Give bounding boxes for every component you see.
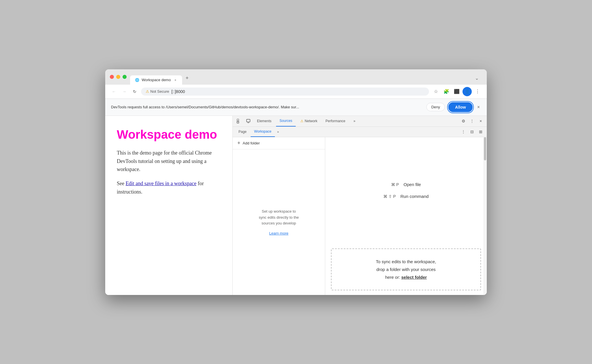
subtab-sidebar-button[interactable]: ⊞: [477, 128, 484, 135]
sources-right-panel: ⌘ P Open file ⌘ ⇧ P Run command To sync …: [325, 137, 487, 295]
not-secure-label: Not Secure: [150, 89, 169, 94]
add-icon: +: [237, 140, 240, 146]
minimize-traffic-light[interactable]: [116, 75, 120, 79]
chrome-menu-button[interactable]: ⋮: [473, 87, 482, 96]
open-file-label: Open file: [404, 182, 421, 187]
subtab-kebab-button[interactable]: ⋮: [460, 128, 467, 135]
run-command-label: Run command: [400, 194, 429, 199]
subtab-toggle-button[interactable]: ⊟: [468, 128, 476, 135]
tab-favicon-icon: 🌐: [135, 78, 139, 82]
devtools-close-button[interactable]: ×: [477, 117, 484, 125]
drop-zone-line1: To sync edits to the workspace,: [376, 259, 436, 264]
url-display: [::]8000: [171, 89, 185, 94]
run-command-kbd: ⌘ ⇧ P: [383, 194, 396, 199]
tab-title: Workspace demo: [142, 78, 171, 82]
drop-zone[interactable]: To sync edits to the workspace, drop a f…: [331, 248, 481, 290]
drop-zone-line3: here or:: [385, 275, 400, 280]
reload-button[interactable]: ↻: [131, 88, 139, 96]
close-traffic-light[interactable]: [110, 75, 114, 79]
run-command-shortcut: ⌘ ⇧ P Run command: [383, 194, 429, 199]
extension-button[interactable]: 🧩: [442, 87, 451, 96]
svg-rect-1: [237, 121, 239, 123]
active-tab[interactable]: 🌐 Workspace demo ×: [130, 75, 182, 85]
scrollbar-track[interactable]: [483, 137, 487, 295]
page-body-2: See Edit and save files in a workspace f…: [117, 179, 221, 196]
tab-close-button[interactable]: ×: [173, 78, 177, 82]
sources-subtabs: Page Workspace » ⋮ ⊟ ⊞: [233, 127, 487, 137]
devtools-header: Elements Sources ⚠ Network Performance »…: [233, 116, 487, 127]
svg-rect-0: [237, 119, 239, 121]
add-folder-label: Add folder: [243, 141, 260, 145]
sources-left-panel: + Add folder Set up workspace to sync ed…: [233, 137, 325, 295]
tab-menu-button[interactable]: ⌄: [471, 73, 482, 84]
workspace-empty-state: Set up workspace to sync edits directly …: [233, 149, 325, 295]
tab-bar: 🌐 Workspace demo × +: [130, 73, 468, 85]
devtools-select-icon[interactable]: [235, 117, 243, 125]
subtab-workspace[interactable]: Workspace: [251, 127, 275, 137]
workspace-empty-text: Set up workspace to sync edits directly …: [259, 209, 299, 226]
workspace-link[interactable]: Edit and save files in a workspace: [126, 181, 197, 186]
forward-button[interactable]: →: [120, 88, 128, 96]
page-body-1: This is the demo page for the official C…: [117, 149, 221, 174]
devtools-panel: Elements Sources ⚠ Network Performance »…: [232, 116, 487, 295]
select-folder-link[interactable]: select folder: [401, 275, 427, 280]
bookmark-button[interactable]: ☆: [431, 87, 441, 96]
subtab-more-button[interactable]: »: [275, 129, 281, 135]
open-file-kbd: ⌘ P: [391, 182, 399, 187]
svg-rect-3: [247, 122, 249, 123]
deny-button[interactable]: Deny: [426, 103, 445, 111]
tab-elements[interactable]: Elements: [254, 116, 275, 127]
see-text: See: [117, 181, 126, 186]
permission-text: DevTools requests full access to /Users/…: [111, 105, 423, 109]
nav-bar: ← → ↻ ⚠ Not Secure [::]8000 ☆ 🧩 ⬛ 👤 ⋮: [105, 85, 487, 99]
devtools-more-options-button[interactable]: ⋮: [468, 117, 476, 125]
warning-icon: ⚠: [146, 89, 149, 94]
learn-more-link[interactable]: Learn more: [269, 231, 288, 235]
security-indicator: ⚠ Not Secure: [146, 89, 169, 94]
page-content: Workspace demo This is the demo page for…: [105, 116, 232, 295]
media-button[interactable]: ⬛: [452, 87, 461, 96]
sources-right-top: ⌘ P Open file ⌘ ⇧ P Run command: [325, 137, 487, 244]
title-bar: 🌐 Workspace demo × + ⌄: [105, 69, 487, 85]
network-warn-icon: ⚠: [300, 119, 304, 123]
more-tabs-button[interactable]: »: [350, 116, 359, 127]
tab-performance[interactable]: Performance: [322, 116, 349, 127]
tab-sources[interactable]: Sources: [276, 116, 296, 127]
devtools-settings-button[interactable]: ⚙: [460, 117, 467, 125]
nav-actions: ☆ 🧩 ⬛ 👤 ⋮: [431, 87, 482, 96]
subtab-page[interactable]: Page: [235, 127, 250, 137]
scrollbar-thumb[interactable]: [484, 137, 486, 160]
address-bar[interactable]: ⚠ Not Secure [::]8000: [141, 88, 429, 96]
sources-body: + Add folder Set up workspace to sync ed…: [233, 137, 487, 295]
traffic-lights: [110, 75, 127, 82]
close-permission-button[interactable]: ×: [476, 103, 481, 111]
profile-button[interactable]: 👤: [462, 87, 472, 96]
permission-bar: DevTools requests full access to /Users/…: [105, 99, 487, 116]
maximize-traffic-light[interactable]: [123, 75, 127, 79]
devtools-inspect-icon[interactable]: [244, 117, 252, 125]
allow-button[interactable]: Allow: [448, 102, 472, 112]
browser-window: 🌐 Workspace demo × + ⌄ ← → ↻ ⚠ Not Secur…: [105, 69, 487, 295]
add-folder-button[interactable]: + Add folder: [233, 137, 325, 149]
main-content: Workspace demo This is the demo page for…: [105, 116, 487, 295]
svg-rect-2: [247, 119, 250, 122]
page-heading: Workspace demo: [117, 127, 221, 142]
tab-network[interactable]: ⚠ Network: [297, 116, 321, 127]
new-tab-button[interactable]: +: [182, 73, 192, 85]
back-button[interactable]: ←: [110, 88, 118, 96]
subtab-actions: ⋮ ⊟ ⊞: [460, 128, 484, 135]
drop-zone-line2: drop a folder with your sources: [376, 267, 436, 272]
open-file-shortcut: ⌘ P Open file: [391, 182, 421, 187]
